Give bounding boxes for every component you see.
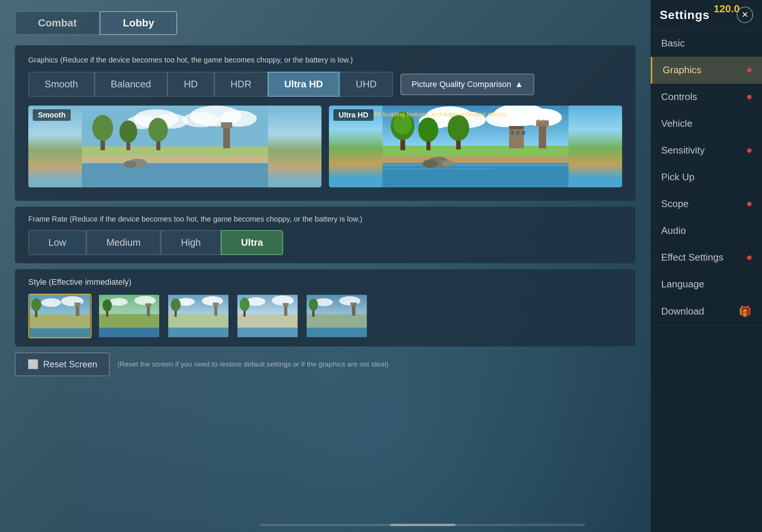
svg-point-51: [423, 159, 438, 168]
sidebar-item-label: Download: [661, 306, 704, 317]
sidebar-item-label: Language: [661, 278, 704, 290]
fr-ultra[interactable]: Ultra: [221, 230, 283, 255]
sidebar-item-basic[interactable]: Basic: [651, 30, 762, 57]
sidebar-item-vehicle[interactable]: Vehicle: [651, 110, 762, 137]
graphics-desc: Graphics (Reduce if the device becomes t…: [28, 56, 622, 64]
svg-point-66: [134, 296, 156, 305]
quality-balanced[interactable]: Balanced: [95, 72, 167, 97]
svg-point-35: [418, 117, 438, 142]
svg-rect-57: [30, 314, 90, 328]
framerate-buttons-row: Low Medium High Ultra: [28, 230, 622, 255]
svg-point-100: [309, 299, 318, 310]
svg-point-65: [109, 298, 128, 306]
comparison-ultrahd-sublabel: 4K building textures and water reflectio…: [374, 109, 508, 120]
svg-rect-77: [168, 314, 228, 328]
main-content: Combat Lobby Graphics (Reduce if the dev…: [0, 0, 650, 532]
graphics-panel: Graphics (Reduce if the device becomes t…: [15, 45, 635, 201]
svg-point-55: [41, 299, 61, 307]
sidebar-item-graphics[interactable]: Graphics: [651, 57, 762, 84]
svg-point-20: [124, 161, 137, 168]
framerate-section: Frame Rate (Reduce if the device becomes…: [15, 207, 635, 263]
svg-rect-102: [350, 303, 357, 306]
svg-point-96: [339, 296, 361, 306]
fr-high[interactable]: High: [161, 230, 221, 255]
svg-rect-88: [237, 328, 298, 337]
svg-rect-49: [382, 168, 494, 169]
quality-smooth[interactable]: Smooth: [28, 72, 95, 97]
svg-rect-18: [82, 163, 268, 187]
sidebar-item-effect-settings[interactable]: Effect Settings: [651, 244, 762, 271]
sidebar-item-label: Controls: [661, 91, 697, 103]
svg-rect-81: [214, 304, 218, 316]
monitor-icon: ⬜: [28, 359, 39, 370]
tab-combat[interactable]: Combat: [15, 11, 100, 35]
svg-point-70: [103, 299, 112, 311]
notification-dot: [747, 202, 752, 206]
svg-rect-82: [213, 303, 219, 306]
framerate-desc: Frame Rate (Reduce if the device becomes…: [28, 215, 622, 223]
svg-rect-42: [522, 131, 525, 135]
svg-rect-98: [307, 328, 367, 337]
quality-uhd[interactable]: UHD: [339, 72, 393, 97]
style-label: Style (Effective immediately): [28, 277, 622, 287]
settings-title: Settings: [660, 8, 710, 22]
tab-lobby[interactable]: Lobby: [100, 11, 177, 35]
sidebar-item-label: Audio: [661, 225, 686, 236]
svg-rect-41: [516, 131, 519, 135]
svg-rect-45: [537, 120, 540, 123]
sidebar-item-sensitivity[interactable]: Sensitivity: [651, 137, 762, 164]
svg-rect-68: [99, 328, 159, 337]
sidebar-item-label: Graphics: [663, 64, 701, 76]
style-thumb-4[interactable]: [236, 294, 299, 338]
svg-rect-58: [30, 328, 90, 337]
style-thumbnails: [28, 294, 622, 338]
comparison-smooth: Smooth: [28, 106, 321, 187]
quality-hd[interactable]: HD: [167, 72, 214, 97]
sidebar: Settings ✕ BasicGraphicsControlsVehicleS…: [650, 0, 762, 532]
sidebar-item-language[interactable]: Language: [651, 271, 762, 298]
svg-rect-9: [82, 146, 268, 156]
horizontal-scrollbar[interactable]: [260, 524, 585, 526]
comparison-smooth-label: Smooth: [33, 109, 71, 121]
comparison-ultrahd-label: Ultra HD: [333, 109, 374, 121]
fr-low[interactable]: Low: [28, 230, 86, 255]
svg-rect-92: [283, 303, 289, 306]
reset-screen-button[interactable]: ⬜ Reset Screen: [15, 352, 110, 376]
quality-hdr[interactable]: HDR: [214, 72, 268, 97]
sidebar-item-label: Sensitivity: [661, 145, 705, 156]
svg-rect-87: [237, 314, 298, 328]
sidebar-item-pickup[interactable]: Pick Up: [651, 164, 762, 191]
notification-dot: [747, 95, 752, 99]
svg-point-76: [202, 296, 223, 306]
scrollbar-thumb[interactable]: [390, 524, 455, 526]
svg-point-86: [272, 296, 294, 306]
svg-point-13: [119, 120, 137, 143]
picture-quality-comparison-button[interactable]: Picture Quality Comparison ▲: [400, 74, 534, 95]
svg-rect-48: [382, 164, 569, 166]
svg-rect-97: [307, 314, 367, 328]
sidebar-item-label: Scope: [661, 198, 689, 210]
style-section: Style (Effective immediately): [15, 269, 635, 346]
svg-point-15: [148, 118, 168, 142]
style-thumb-5[interactable]: [305, 294, 368, 338]
svg-point-11: [92, 115, 113, 141]
style-thumb-3[interactable]: [167, 294, 230, 338]
svg-point-6: [182, 112, 220, 127]
svg-point-60: [31, 299, 41, 311]
style-thumb-1[interactable]: [28, 294, 92, 338]
style-thumb-2[interactable]: [97, 294, 161, 338]
comparison-row: Smooth: [28, 106, 622, 187]
sidebar-item-scope[interactable]: Scope: [651, 191, 762, 217]
svg-rect-101: [352, 304, 356, 316]
gift-icon: 🎁: [739, 305, 752, 317]
svg-rect-17: [221, 122, 232, 128]
svg-rect-71: [147, 305, 150, 316]
chevron-up-icon: ▲: [515, 80, 523, 89]
quality-ultra-hd[interactable]: Ultra HD: [268, 72, 339, 97]
sidebar-item-download[interactable]: Download🎁: [651, 298, 762, 325]
fr-medium[interactable]: Medium: [86, 230, 161, 255]
reset-row: ⬜ Reset Screen (Reset the screen if you …: [15, 352, 635, 376]
sidebar-item-controls[interactable]: Controls: [651, 84, 762, 110]
sidebar-item-audio[interactable]: Audio: [651, 217, 762, 244]
svg-rect-38: [509, 126, 524, 148]
